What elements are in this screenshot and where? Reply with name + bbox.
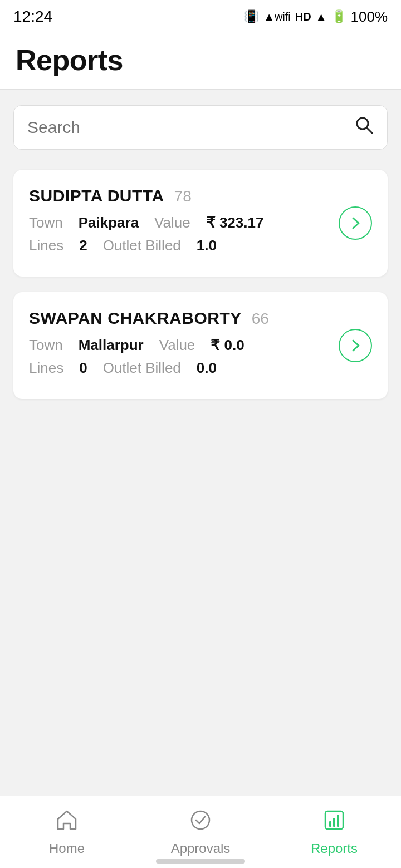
card-town-value-1: Mallarpur (79, 337, 144, 354)
nav-label-home: Home (49, 841, 85, 856)
approvals-icon (188, 808, 213, 837)
svg-line-1 (367, 128, 373, 134)
svg-rect-6 (337, 815, 339, 827)
search-container[interactable] (13, 105, 388, 150)
battery-percent: 100% (351, 8, 388, 26)
card-town-label-1: Town (29, 337, 63, 354)
card-town-label-0: Town (29, 214, 63, 231)
search-input[interactable] (27, 118, 355, 137)
card-town-value-0: Paikpara (79, 214, 139, 231)
page-header: Reports (0, 33, 401, 90)
status-bar: 12:24 📳 ▲wifi HD ▲ 🔋 100% (0, 0, 401, 33)
card-id-0: 78 (174, 188, 192, 205)
home-icon (55, 808, 79, 837)
wifi-icon: ▲wifi (263, 11, 291, 23)
svg-rect-5 (333, 818, 335, 827)
card-lines-label-0: Lines (29, 237, 63, 254)
report-card-0[interactable]: SUDIPTA DUTTA 78 Town Paikpara Value ₹ 3… (13, 170, 388, 277)
card-chevron-0[interactable] (339, 206, 372, 240)
bottom-nav: Home Approvals Reports (0, 796, 401, 868)
report-card-1[interactable]: SWAPAN CHAKRABORTY 66 Town Mallarpur Val… (13, 292, 388, 399)
card-body-1: SWAPAN CHAKRABORTY 66 Town Mallarpur Val… (29, 309, 332, 382)
card-body-0: SUDIPTA DUTTA 78 Town Paikpara Value ₹ 3… (29, 186, 332, 260)
reports-icon (322, 808, 346, 837)
card-detail-row1-0: Town Paikpara Value ₹ 323.17 (29, 214, 332, 231)
content-area: SUDIPTA DUTTA 78 Town Paikpara Value ₹ 3… (0, 90, 401, 430)
card-chevron-1[interactable] (339, 329, 372, 362)
card-value-value-1: ₹ 0.0 (211, 337, 244, 354)
card-name-0: SUDIPTA DUTTA (29, 186, 164, 205)
card-value-label-0: Value (154, 214, 190, 231)
bottom-indicator (156, 859, 245, 864)
card-outlet-value-1: 0.0 (197, 359, 217, 377)
nav-item-approvals[interactable]: Approvals (134, 808, 267, 856)
card-detail-row2-1: Lines 0 Outlet Billed 0.0 (29, 359, 332, 377)
card-value-label-1: Value (159, 337, 195, 354)
status-time: 12:24 (13, 8, 52, 26)
card-lines-label-1: Lines (29, 359, 63, 377)
card-value-value-0: ₹ 323.17 (206, 214, 264, 231)
nav-item-reports[interactable]: Reports (267, 808, 401, 856)
card-detail-row1-1: Town Mallarpur Value ₹ 0.0 (29, 337, 332, 354)
svg-rect-4 (329, 821, 331, 827)
nav-label-reports: Reports (311, 841, 358, 856)
page-title: Reports (16, 43, 385, 77)
signal-icon: ▲ (316, 11, 327, 23)
card-lines-value-1: 0 (79, 359, 87, 377)
card-lines-value-0: 2 (79, 237, 87, 254)
card-id-1: 66 (252, 310, 269, 328)
card-detail-row2-0: Lines 2 Outlet Billed 1.0 (29, 237, 332, 254)
card-title-row-0: SUDIPTA DUTTA 78 (29, 186, 332, 205)
card-outlet-label-0: Outlet Billed (103, 237, 181, 254)
card-outlet-label-1: Outlet Billed (103, 359, 181, 377)
vibrate-icon: 📳 (244, 9, 259, 24)
svg-point-2 (192, 811, 209, 829)
card-name-1: SWAPAN CHAKRABORTY (29, 309, 242, 328)
nav-item-home[interactable]: Home (0, 808, 134, 856)
card-title-row-1: SWAPAN CHAKRABORTY 66 (29, 309, 332, 328)
hd-badge: HD (295, 11, 311, 23)
card-outlet-value-0: 1.0 (197, 237, 217, 254)
search-icon (355, 116, 374, 139)
battery-icon: 🔋 (331, 9, 346, 24)
nav-label-approvals: Approvals (171, 841, 231, 856)
status-icons: 📳 ▲wifi HD ▲ 🔋 100% (244, 8, 388, 26)
